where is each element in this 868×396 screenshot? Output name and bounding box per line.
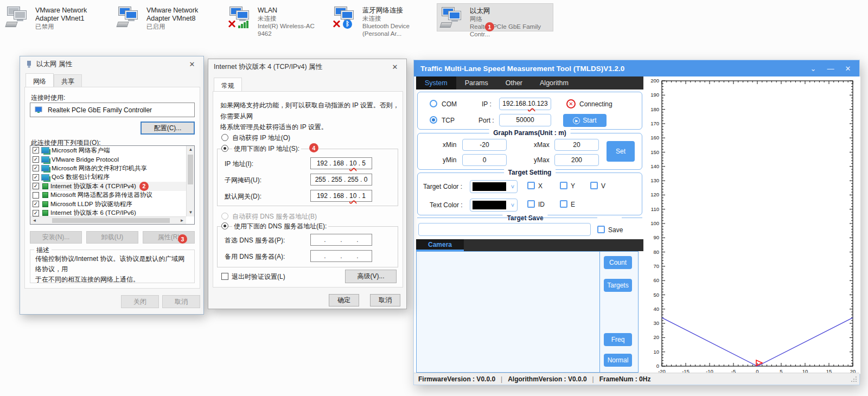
resize-grip[interactable] (851, 376, 857, 382)
preferred-dns-field[interactable]: . . . (310, 234, 372, 246)
list-item-tcpipv4[interactable]: ✓Internet 协议版本 4 (TCP/IPv4)2 (30, 182, 186, 191)
advanced-button[interactable]: 高级(V)... (345, 270, 397, 283)
client-protocol-icon (41, 174, 49, 181)
use-dns-label[interactable]: 使用下面的 DNS 服务器地址(E): (232, 222, 328, 231)
tab-other[interactable]: Other (497, 76, 531, 90)
alternate-dns-field[interactable]: . . . (310, 250, 372, 262)
minimize-icon[interactable]: ⌄ (808, 65, 818, 73)
tab-network[interactable]: 网络 (25, 73, 54, 88)
ymin-input[interactable]: 0 (462, 154, 507, 166)
checkbox-e[interactable] (560, 200, 567, 208)
ok-button[interactable]: 确定 (329, 294, 359, 306)
start-button[interactable]: ▶ Start (563, 114, 607, 127)
scroll-right-icon[interactable]: ► (178, 217, 186, 225)
auto-dns-radio[interactable] (221, 213, 228, 220)
dialog-titlebar[interactable]: Internet 协议版本 4 (TCP/IPv4) 属性 ✕ (208, 59, 406, 74)
ip-input[interactable]: 192.168.10.123 (499, 98, 551, 110)
checkbox[interactable]: ✓ (33, 165, 39, 171)
checkbox[interactable]: ✓ (33, 210, 39, 216)
validate-label[interactable]: 退出时验证设置(L) (232, 272, 285, 282)
list-item[interactable]: Microsoft 网络适配器多路传送器协议 (30, 191, 186, 200)
cancel-button[interactable]: 取消 (162, 295, 200, 308)
xmax-input[interactable]: 20 (554, 139, 599, 151)
auto-ip-label[interactable]: 自动获得 IP 地址(O) (232, 133, 290, 143)
auto-ip-radio[interactable] (221, 134, 228, 141)
com-radio[interactable] (430, 100, 437, 107)
checkbox-v-label[interactable]: V (601, 182, 605, 190)
horizontal-scrollbar[interactable]: ◄ ► (30, 216, 186, 224)
scroll-down-icon[interactable]: ▼ (187, 209, 195, 216)
checkbox[interactable]: ✓ (33, 156, 39, 163)
adapter-bluetooth[interactable]: ᛒ 蓝牙网络连接 未连接 Bluetooth Device (Personal … (330, 3, 436, 31)
tcp-label[interactable]: TCP (442, 117, 455, 124)
dialog-titlebar[interactable]: 以太网 属性 ✕ (20, 56, 203, 72)
svg-text:130: 130 (650, 177, 659, 183)
port-input[interactable]: 50000 (499, 114, 551, 126)
ip-address-field[interactable]: 192 . 168 . 10 . 5 (310, 157, 372, 169)
subnet-mask-field[interactable]: 255 . 255 . 255 . 0 (310, 174, 372, 186)
adapter-vmnet1[interactable]: VMware Network Adapter VMnet1 已禁用 (3, 3, 111, 31)
scroll-left-icon[interactable]: ◄ (30, 217, 39, 225)
text-color-dropdown[interactable]: ˅ (470, 199, 518, 212)
targets-button[interactable]: Targets (604, 279, 632, 292)
checkbox[interactable]: ✓ (33, 183, 39, 189)
checkbox-x[interactable] (527, 182, 535, 189)
checkbox-e-label[interactable]: E (571, 201, 575, 208)
checkbox[interactable]: ✓ (33, 174, 39, 181)
use-ip-radio[interactable] (221, 145, 228, 152)
target-color-dropdown[interactable]: ˅ (470, 180, 518, 193)
close-icon[interactable]: ✕ (389, 63, 401, 71)
close-button[interactable]: 关闭 (121, 295, 159, 308)
save-checkbox[interactable] (597, 226, 605, 233)
use-dns-radio[interactable] (221, 222, 228, 229)
scroll-up-icon[interactable]: ▲ (187, 146, 195, 154)
checkbox-x-label[interactable]: X (538, 182, 542, 190)
close-icon[interactable]: ✕ (843, 65, 853, 73)
set-button[interactable]: Set (607, 141, 635, 162)
tab-algorithm[interactable]: Algorithm (531, 76, 577, 90)
count-button[interactable]: Count (604, 256, 632, 269)
ymax-input[interactable]: 200 (554, 154, 599, 166)
save-label[interactable]: Save (608, 226, 623, 234)
list-item[interactable]: ✓VMware Bridge Protocol (30, 155, 186, 164)
list-item[interactable]: ✓QoS 数据包计划程序 (30, 173, 186, 182)
list-item[interactable]: ✓Microsoft LLDP 协议驱动程序 (30, 200, 186, 209)
uninstall-button[interactable]: 卸载(U) (86, 231, 138, 244)
vertical-scrollbar[interactable]: ▲ ▼ (186, 146, 194, 216)
tcp-radio[interactable] (430, 116, 437, 124)
adapter-ethernet[interactable]: 以太网 网络 Realtek PCIe GbE Family Contr... … (437, 3, 553, 31)
adapter-vmnet8[interactable]: VMware Network Adapter VMnet8 已启用 (114, 3, 222, 31)
checkbox-y[interactable] (560, 182, 567, 189)
restore-icon[interactable]: — (826, 65, 835, 73)
tab-general[interactable]: 常规 (214, 78, 242, 93)
list-item[interactable]: ✓Internet 协议版本 6 (TCP/IPv6) (30, 209, 186, 217)
tab-system[interactable]: System (416, 76, 456, 90)
checkbox-v[interactable] (590, 182, 598, 189)
tab-camera[interactable]: Camera (416, 239, 464, 251)
list-item[interactable]: ✓Microsoft 网络客户端 (30, 146, 186, 155)
save-path-input[interactable] (418, 223, 591, 236)
normal-button[interactable]: Normal (604, 354, 632, 367)
xmin-input[interactable]: -20 (462, 139, 507, 151)
adapter-wlan[interactable]: WLAN 未连接 Intel(R) Wireless-AC 9462 (225, 3, 328, 31)
freq-button[interactable]: Freq (604, 333, 632, 346)
cancel-button[interactable]: 取消 (370, 294, 400, 306)
protocol-list[interactable]: ✓Microsoft 网络客户端 ✓VMware Bridge Protocol… (30, 145, 195, 225)
list-item[interactable]: ✓Microsoft 网络的文件和打印机共享 (30, 164, 186, 173)
tmlds-titlebar[interactable]: Traffic Multi-Lane Speed Measurement Too… (414, 60, 859, 76)
close-icon[interactable]: ✕ (186, 60, 198, 68)
checkbox-id[interactable] (527, 200, 535, 208)
tab-params[interactable]: Params (456, 76, 497, 90)
checkbox-id-label[interactable]: ID (538, 201, 545, 208)
bluetooth-icon: ᛒ (343, 20, 352, 29)
checkbox[interactable]: ✓ (33, 201, 39, 207)
com-label[interactable]: COM (442, 100, 457, 108)
gateway-field[interactable]: 192 . 168 . 10 . 1 (310, 190, 372, 202)
checkbox[interactable]: ✓ (33, 147, 39, 154)
checkbox[interactable] (33, 192, 39, 199)
install-button[interactable]: 安装(N)... (30, 231, 82, 244)
checkbox-y-label[interactable]: Y (571, 182, 575, 190)
validate-checkbox[interactable] (221, 273, 228, 280)
configure-button[interactable]: 配置(C)... (141, 122, 195, 135)
use-ip-label[interactable]: 使用下面的 IP 地址(S): (232, 144, 301, 154)
